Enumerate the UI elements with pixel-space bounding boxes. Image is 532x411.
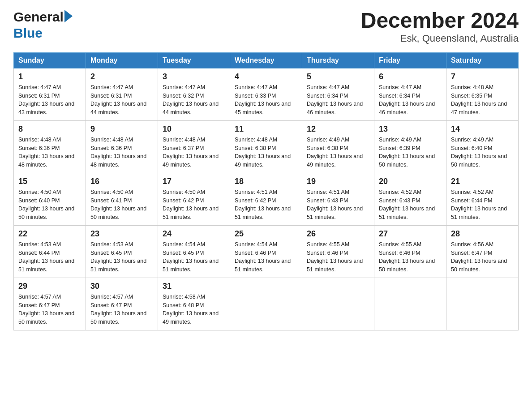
calendar-cell: 10Sunrise: 4:48 AMSunset: 6:37 PMDayligh… [158,120,230,173]
logo-arrow-icon [64,10,73,22]
day-number: 17 [163,177,225,186]
day-number: 12 [307,124,369,134]
day-info: Sunrise: 4:47 AMSunset: 6:34 PMDaylight:… [379,83,442,117]
day-number: 28 [451,229,514,239]
day-of-week-header: Tuesday [158,52,230,68]
calendar-week-row: 22Sunrise: 4:53 AMSunset: 6:44 PMDayligh… [14,225,519,278]
day-info: Sunrise: 4:49 AMSunset: 6:39 PMDaylight:… [379,136,442,169]
calendar-cell: 6Sunrise: 4:47 AMSunset: 6:34 PMDaylight… [374,68,446,120]
day-info: Sunrise: 4:48 AMSunset: 6:38 PMDaylight:… [235,136,297,169]
calendar-title: December 2024 [361,9,519,33]
day-info: Sunrise: 4:50 AMSunset: 6:42 PMDaylight:… [163,188,225,222]
day-of-week-header: Sunday [14,52,86,68]
day-info: Sunrise: 4:53 AMSunset: 6:45 PMDaylight:… [90,240,153,274]
calendar-cell: 1Sunrise: 4:47 AMSunset: 6:31 PMDaylight… [14,68,86,120]
day-number: 8 [18,124,81,134]
day-number: 2 [90,72,153,81]
day-info: Sunrise: 4:47 AMSunset: 6:31 PMDaylight:… [18,83,81,117]
day-info: Sunrise: 4:48 AMSunset: 6:37 PMDaylight:… [163,136,225,169]
day-number: 13 [379,124,442,134]
day-info: Sunrise: 4:47 AMSunset: 6:33 PMDaylight:… [235,83,297,117]
day-number: 11 [235,124,297,134]
calendar-cell: 5Sunrise: 4:47 AMSunset: 6:34 PMDaylight… [302,68,374,120]
day-of-week-header: Monday [86,52,158,68]
calendar-week-row: 29Sunrise: 4:57 AMSunset: 6:47 PMDayligh… [14,278,519,330]
day-number: 16 [90,177,153,186]
day-number: 30 [90,282,153,291]
day-number: 18 [235,177,297,186]
calendar-cell: 18Sunrise: 4:51 AMSunset: 6:42 PMDayligh… [230,173,302,225]
logo-general-text: General [13,9,64,25]
calendar-cell: 16Sunrise: 4:50 AMSunset: 6:41 PMDayligh… [86,173,158,225]
day-number: 10 [163,124,225,134]
day-header-row: SundayMondayTuesdayWednesdayThursdayFrid… [14,52,519,68]
calendar-cell: 21Sunrise: 4:52 AMSunset: 6:44 PMDayligh… [446,173,519,225]
day-number: 20 [379,177,442,186]
calendar-cell: 30Sunrise: 4:57 AMSunset: 6:47 PMDayligh… [86,278,158,330]
day-info: Sunrise: 4:55 AMSunset: 6:46 PMDaylight:… [307,240,369,274]
day-number: 31 [163,282,225,291]
calendar-cell: 15Sunrise: 4:50 AMSunset: 6:40 PMDayligh… [14,173,86,225]
calendar-cell: 14Sunrise: 4:49 AMSunset: 6:40 PMDayligh… [446,120,519,173]
calendar-cell: 17Sunrise: 4:50 AMSunset: 6:42 PMDayligh… [158,173,230,225]
day-info: Sunrise: 4:50 AMSunset: 6:40 PMDaylight:… [18,188,81,222]
day-info: Sunrise: 4:54 AMSunset: 6:45 PMDaylight:… [163,240,225,274]
day-info: Sunrise: 4:51 AMSunset: 6:43 PMDaylight:… [307,188,369,222]
day-of-week-header: Saturday [446,52,519,68]
calendar-cell: 7Sunrise: 4:48 AMSunset: 6:35 PMDaylight… [446,68,519,120]
calendar-table: SundayMondayTuesdayWednesdayThursdayFrid… [13,52,519,330]
calendar-cell: 8Sunrise: 4:48 AMSunset: 6:36 PMDaylight… [14,120,86,173]
calendar-cell: 23Sunrise: 4:53 AMSunset: 6:45 PMDayligh… [86,225,158,278]
calendar-week-row: 15Sunrise: 4:50 AMSunset: 6:40 PMDayligh… [14,173,519,225]
day-info: Sunrise: 4:55 AMSunset: 6:46 PMDaylight:… [379,240,442,274]
day-number: 26 [307,229,369,239]
day-number: 7 [451,72,514,81]
day-number: 29 [18,282,81,291]
day-info: Sunrise: 4:56 AMSunset: 6:47 PMDaylight:… [451,240,514,274]
day-info: Sunrise: 4:52 AMSunset: 6:44 PMDaylight:… [451,188,514,222]
calendar-cell [302,278,374,330]
day-info: Sunrise: 4:52 AMSunset: 6:43 PMDaylight:… [379,188,442,222]
calendar-cell: 4Sunrise: 4:47 AMSunset: 6:33 PMDaylight… [230,68,302,120]
day-number: 14 [451,124,514,134]
calendar-cell [446,278,519,330]
calendar-cell: 29Sunrise: 4:57 AMSunset: 6:47 PMDayligh… [14,278,86,330]
day-info: Sunrise: 4:53 AMSunset: 6:44 PMDaylight:… [18,240,81,274]
day-number: 25 [235,229,297,239]
calendar-cell: 22Sunrise: 4:53 AMSunset: 6:44 PMDayligh… [14,225,86,278]
day-info: Sunrise: 4:49 AMSunset: 6:38 PMDaylight:… [307,136,369,169]
day-info: Sunrise: 4:54 AMSunset: 6:46 PMDaylight:… [235,240,297,274]
calendar-header: SundayMondayTuesdayWednesdayThursdayFrid… [14,52,519,68]
day-of-week-header: Friday [374,52,446,68]
day-number: 5 [307,72,369,81]
calendar-cell: 25Sunrise: 4:54 AMSunset: 6:46 PMDayligh… [230,225,302,278]
calendar-cell: 11Sunrise: 4:48 AMSunset: 6:38 PMDayligh… [230,120,302,173]
calendar-cell: 31Sunrise: 4:58 AMSunset: 6:48 PMDayligh… [158,278,230,330]
day-info: Sunrise: 4:47 AMSunset: 6:32 PMDaylight:… [163,83,225,117]
day-info: Sunrise: 4:57 AMSunset: 6:47 PMDaylight:… [18,293,81,326]
calendar-body: 1Sunrise: 4:47 AMSunset: 6:31 PMDaylight… [14,68,519,330]
day-number: 4 [235,72,297,81]
calendar-cell: 28Sunrise: 4:56 AMSunset: 6:47 PMDayligh… [446,225,519,278]
day-number: 9 [90,124,153,134]
day-number: 15 [18,177,81,186]
day-number: 3 [163,72,225,81]
day-of-week-header: Thursday [302,52,374,68]
calendar-cell [230,278,302,330]
logo: General Blue [13,9,73,41]
calendar-cell: 27Sunrise: 4:55 AMSunset: 6:46 PMDayligh… [374,225,446,278]
day-info: Sunrise: 4:48 AMSunset: 6:35 PMDaylight:… [451,83,514,117]
day-number: 27 [379,229,442,239]
day-of-week-header: Wednesday [230,52,302,68]
day-info: Sunrise: 4:47 AMSunset: 6:31 PMDaylight:… [90,83,153,117]
calendar-week-row: 1Sunrise: 4:47 AMSunset: 6:31 PMDaylight… [14,68,519,120]
calendar-cell: 13Sunrise: 4:49 AMSunset: 6:39 PMDayligh… [374,120,446,173]
calendar-cell: 26Sunrise: 4:55 AMSunset: 6:46 PMDayligh… [302,225,374,278]
day-info: Sunrise: 4:58 AMSunset: 6:48 PMDaylight:… [163,293,225,326]
calendar-subtitle: Esk, Queensland, Australia [361,33,519,44]
calendar-cell: 20Sunrise: 4:52 AMSunset: 6:43 PMDayligh… [374,173,446,225]
day-info: Sunrise: 4:50 AMSunset: 6:41 PMDaylight:… [90,188,153,222]
day-number: 22 [18,229,81,239]
day-info: Sunrise: 4:48 AMSunset: 6:36 PMDaylight:… [90,136,153,169]
day-info: Sunrise: 4:47 AMSunset: 6:34 PMDaylight:… [307,83,369,117]
